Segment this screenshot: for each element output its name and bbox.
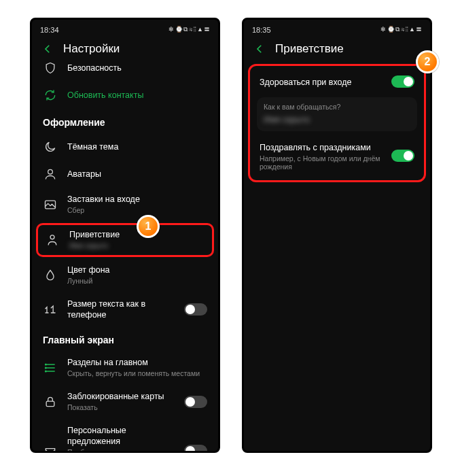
row-label: Размер текста как в телефоне — [67, 299, 175, 321]
person-greeting-icon — [45, 233, 60, 248]
row-label: Заблокированные карты — [67, 391, 175, 402]
ticket-icon — [43, 443, 58, 451]
callout-1: 1 — [137, 215, 160, 238]
moon-icon — [43, 139, 58, 154]
toggle-greet-login[interactable] — [391, 75, 414, 88]
row-update-contacts[interactable]: Обновить контакты — [32, 82, 218, 109]
row-bg-color[interactable]: Цвет фона Лунный — [32, 258, 218, 292]
status-icons: ✻ ⌚ ⧉ ≋ ⁞⁞ ▲ 〓 — [168, 25, 210, 34]
status-time: 18:35 — [252, 26, 271, 34]
row-sublabel: Подбирать предложения от банка и партнёр… — [67, 448, 175, 451]
row-dark-theme[interactable]: Тёмная тема — [32, 133, 218, 160]
header: Приветствие — [244, 37, 430, 63]
svg-point-4 — [46, 367, 47, 369]
avatar-icon — [43, 167, 58, 182]
back-arrow-icon[interactable] — [41, 43, 54, 55]
text-size-icon — [43, 302, 58, 317]
header: Настройки — [32, 37, 218, 63]
page-title: Приветствие — [275, 42, 344, 56]
status-bar: 18:35 ✻ ⌚ ⧉ ≋ ⁞⁞ ▲ 〓 — [244, 20, 430, 37]
toggle-text-size[interactable] — [184, 303, 207, 316]
image-icon — [43, 197, 58, 212]
row-label: Разделы на главном — [67, 357, 207, 368]
row-security[interactable]: Безопасность — [32, 63, 218, 82]
row-label: Цвет фона — [67, 265, 207, 275]
droplet-icon — [43, 268, 58, 283]
toggle-personal-offers[interactable] — [184, 445, 207, 451]
phone-screen-1: 18:34 ✻ ⌚ ⧉ ≋ ⁞⁞ ▲ 〓 Настройки Безопасно… — [30, 18, 220, 453]
back-arrow-icon[interactable] — [253, 43, 266, 55]
toggle-blocked-cards[interactable] — [184, 396, 207, 408]
greeting-settings-block: Здороваться при входе Как к вам обращать… — [248, 64, 426, 182]
row-personal-offers[interactable]: Персональные предложения Подбирать предл… — [32, 419, 218, 451]
svg-point-0 — [48, 169, 53, 174]
name-input-card[interactable]: Как к вам обращаться? Имя скрыто — [257, 97, 417, 131]
input-value-blurred: Имя скрыто — [264, 115, 410, 124]
row-label: Тёмная тема — [67, 141, 207, 152]
row-label: Поздравлять с праздниками — [260, 143, 371, 152]
row-label: Персональные предложения — [67, 425, 175, 447]
row-text-size[interactable]: Размер текста как в телефоне — [32, 292, 218, 327]
sections-icon — [43, 360, 58, 375]
status-time: 18:34 — [40, 26, 59, 34]
row-label: Заставки на входе — [67, 194, 207, 205]
callout-2: 2 — [416, 50, 439, 73]
row-main-sections[interactable]: Разделы на главном Скрыть, вернуть или п… — [32, 351, 218, 385]
svg-point-5 — [46, 371, 47, 372]
row-congrats-holidays[interactable]: Поздравлять с праздниками Например, с Но… — [253, 135, 421, 176]
row-greet-on-login[interactable]: Здороваться при входе — [253, 70, 421, 93]
row-blocked-cards[interactable]: Заблокированные карты Показать — [32, 385, 218, 419]
status-icons: ✻ ⌚ ⧉ ≋ ⁞⁞ ▲ 〓 — [380, 25, 422, 34]
row-label: Здороваться при входе — [260, 78, 351, 87]
svg-rect-6 — [46, 401, 54, 407]
row-sublabel: Лунный — [67, 277, 207, 286]
section-main-screen: Главный экран — [32, 326, 218, 351]
svg-point-2 — [50, 235, 54, 239]
lock-icon — [43, 394, 58, 409]
row-label: Обновить контакты — [67, 90, 207, 101]
row-sublabel: Например, с Новым годом или днём рождени… — [260, 154, 385, 171]
section-appearance: Оформление — [32, 109, 218, 133]
row-avatars[interactable]: Аватары — [32, 160, 218, 188]
phone-screen-2: 18:35 ✻ ⌚ ⧉ ≋ ⁞⁞ ▲ 〓 Приветствие Здорова… — [242, 18, 432, 453]
row-sublabel: Показать — [67, 403, 175, 413]
svg-point-3 — [46, 364, 47, 365]
input-placeholder: Как к вам обращаться? — [264, 103, 410, 111]
row-sublabel: Скрыть, вернуть или поменять местами — [67, 369, 207, 379]
status-bar: 18:34 ✻ ⌚ ⧉ ≋ ⁞⁞ ▲ 〓 — [32, 20, 218, 37]
row-sublabel: Сбер — [67, 206, 207, 216]
toggle-congrats[interactable] — [391, 150, 414, 162]
page-title: Настройки — [63, 42, 120, 56]
refresh-icon — [43, 88, 58, 103]
row-sublabel-blurred: Имя скрыто — [69, 241, 205, 251]
row-greeting[interactable]: Приветствие Имя скрыто — [36, 223, 214, 257]
row-label: Аватары — [67, 169, 207, 180]
shield-icon — [43, 63, 58, 75]
row-splash[interactable]: Заставки на входе Сбер — [32, 188, 218, 222]
row-label: Безопасность — [67, 63, 207, 73]
